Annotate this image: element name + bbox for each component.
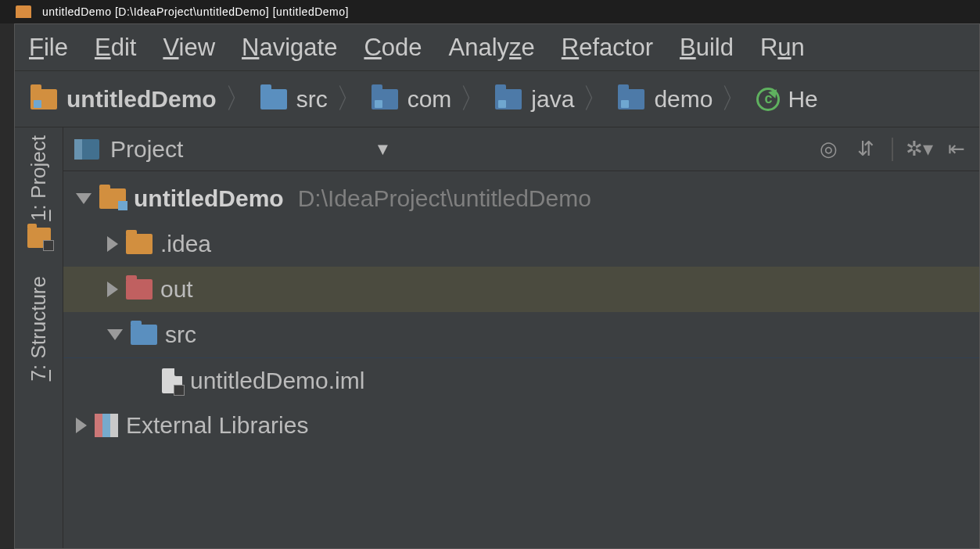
project-tree[interactable]: untitledDemo D:\IdeaProject\untitledDemo…	[63, 171, 979, 548]
menu-analyze[interactable]: Analyze	[449, 34, 535, 62]
folder-icon	[260, 89, 287, 109]
main-area: 1: Project 7: Structure Project ▼ ◎ ⇵ ✲▾	[15, 127, 979, 548]
tree-row-iml[interactable]: untitledDemo.iml	[63, 357, 979, 403]
tree-label: untitledDemo	[134, 185, 284, 212]
ide-frame: File Edit View Navigate Code Analyze Ref…	[14, 23, 980, 549]
tool-button-structure[interactable]: 7: Structure	[15, 271, 63, 404]
crumb-demo[interactable]: demo	[618, 86, 713, 113]
views-dropdown[interactable]: ▼	[374, 139, 391, 160]
project-tool-header: Project ▼ ◎ ⇵ ✲▾ ⇤	[63, 127, 979, 171]
tree-label: src	[165, 321, 196, 348]
left-tool-strip: 1: Project 7: Structure	[15, 127, 63, 548]
hide-icon[interactable]: ⇤	[945, 138, 968, 161]
folder-icon	[126, 234, 153, 254]
menu-view[interactable]: View	[163, 34, 215, 62]
tool-button-project[interactable]: 1: Project	[15, 131, 63, 271]
project-tool-window: Project ▼ ◎ ⇵ ✲▾ ⇤ untitledDemo D:\IdeaP…	[63, 127, 979, 548]
tree-label: .idea	[160, 231, 211, 257]
crumb-label: com	[407, 86, 452, 113]
strip-label: 7: Structure	[27, 276, 51, 381]
class-icon: c	[756, 88, 780, 111]
tree-path: D:\IdeaProject\untitledDemo	[298, 185, 591, 212]
crumb-java[interactable]: java	[495, 86, 574, 113]
crumb-label: src	[296, 86, 328, 113]
file-icon	[162, 368, 182, 393]
menu-refactor[interactable]: Refactor	[562, 34, 653, 62]
folder-icon	[495, 89, 522, 109]
folder-icon	[618, 89, 644, 109]
tree-row-out[interactable]: out	[63, 267, 979, 312]
menu-navigate[interactable]: Navigate	[242, 34, 337, 62]
tree-row-external-libraries[interactable]: External Libraries	[63, 403, 979, 448]
crumb-label: java	[531, 86, 574, 113]
menu-file[interactable]: File	[29, 34, 68, 62]
libraries-icon	[95, 414, 118, 437]
menu-run[interactable]: Run	[760, 34, 805, 62]
strip-label: 1: Project	[27, 135, 51, 221]
expand-toggle-icon[interactable]	[107, 236, 118, 252]
separator	[892, 138, 893, 161]
chevron-right-icon: 〉	[217, 80, 260, 118]
crumb-label: untitledDemo	[66, 86, 217, 113]
crumb-label: demo	[654, 86, 713, 113]
folder-icon	[126, 279, 153, 300]
chevron-right-icon: 〉	[574, 80, 618, 118]
crumb-class[interactable]: c He	[756, 86, 817, 113]
tree-row-idea[interactable]: .idea	[63, 221, 979, 267]
collapse-all-icon[interactable]: ⇵	[854, 138, 878, 161]
expand-toggle-icon[interactable]	[107, 329, 123, 340]
crumb-label: He	[788, 86, 817, 113]
expand-toggle-icon[interactable]	[76, 418, 87, 433]
tree-row-src[interactable]: src	[63, 312, 979, 357]
locate-icon[interactable]: ◎	[817, 138, 840, 161]
breadcrumb-bar: untitledDemo 〉 src 〉 com 〉 java 〉 demo 〉…	[15, 71, 979, 127]
menu-bar: File Edit View Navigate Code Analyze Ref…	[15, 24, 979, 71]
tree-label: External Libraries	[126, 412, 308, 439]
chevron-right-icon: 〉	[451, 80, 495, 118]
chevron-right-icon: 〉	[713, 80, 756, 118]
project-icon	[27, 228, 51, 248]
app-icon	[16, 5, 31, 18]
crumb-com[interactable]: com	[372, 86, 452, 113]
module-folder-icon	[99, 188, 126, 209]
pane-icon	[74, 139, 99, 160]
expand-toggle-icon[interactable]	[76, 193, 92, 204]
tool-title: Project	[110, 136, 183, 163]
gear-icon[interactable]: ✲▾	[907, 138, 931, 161]
folder-icon	[131, 325, 157, 345]
tree-label: untitledDemo.iml	[190, 368, 364, 394]
expand-toggle-icon[interactable]	[107, 282, 118, 297]
menu-build[interactable]: Build	[680, 34, 734, 62]
window-title: untitledDemo [D:\IdeaProject\untitledDem…	[42, 5, 349, 18]
crumb-project[interactable]: untitledDemo	[31, 86, 217, 113]
window-titlebar: untitledDemo [D:\IdeaProject\untitledDem…	[0, 0, 980, 23]
tree-label: out	[160, 276, 193, 303]
crumb-src[interactable]: src	[260, 86, 328, 113]
menu-edit[interactable]: Edit	[95, 34, 136, 62]
chevron-right-icon: 〉	[328, 80, 372, 118]
folder-icon	[31, 89, 57, 109]
folder-icon	[372, 89, 398, 109]
tree-row-root[interactable]: untitledDemo D:\IdeaProject\untitledDemo	[63, 176, 979, 221]
menu-code[interactable]: Code	[364, 34, 422, 62]
